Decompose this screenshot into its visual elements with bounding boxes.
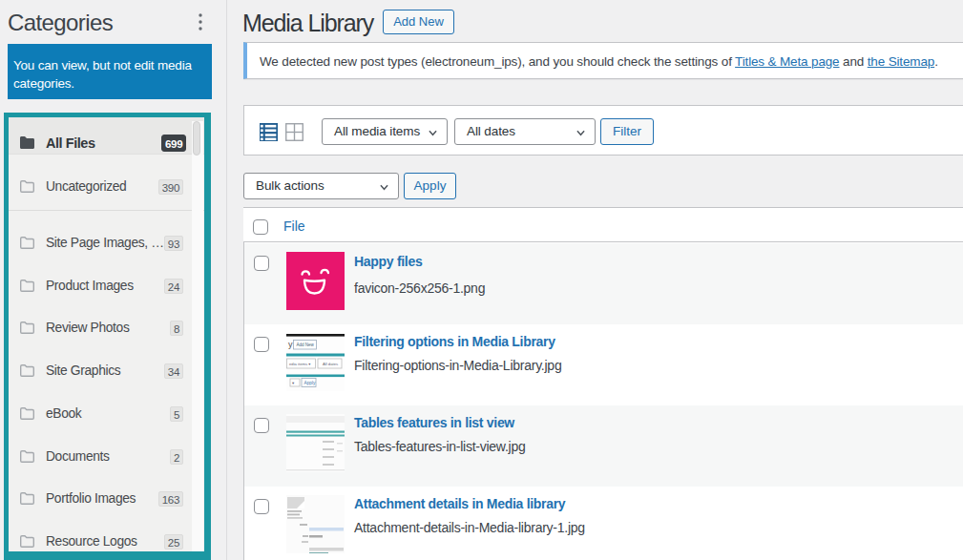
svg-text:Apply: Apply (304, 380, 317, 384)
svg-text:Add New: Add New (297, 342, 315, 347)
svg-text:edia items ▾: edia items ▾ (289, 361, 311, 365)
svg-text:y: y (288, 339, 293, 348)
svg-text:All dates: All dates (323, 361, 338, 365)
